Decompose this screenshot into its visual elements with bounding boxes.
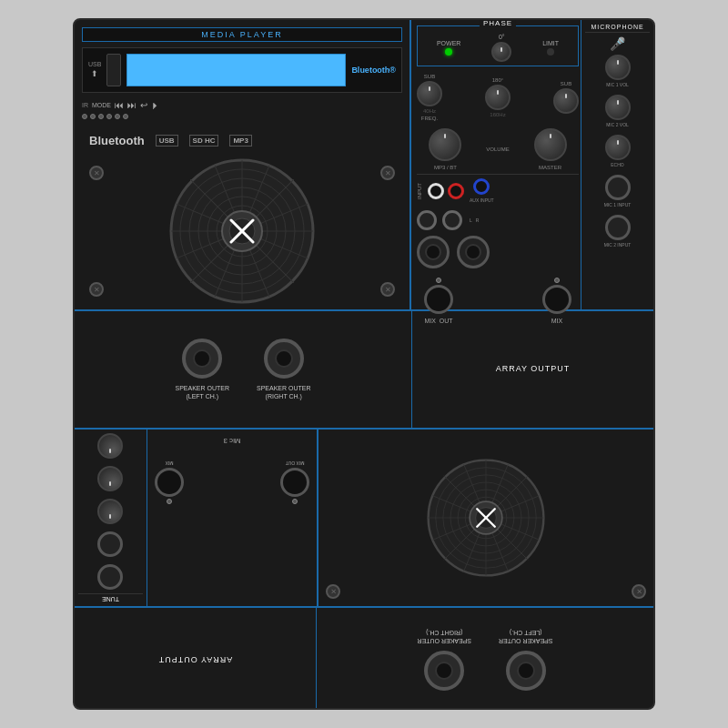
- rca-left[interactable]: [428, 183, 444, 199]
- mode-label: MODE: [92, 102, 111, 108]
- mic1-vol-knob[interactable]: [605, 55, 631, 80]
- dots-row: [82, 114, 402, 119]
- repeat-btn[interactable]: ↩: [140, 100, 147, 110]
- power-indicator: POWER: [437, 40, 460, 56]
- rca-row: [428, 183, 464, 199]
- phase180-control: 180° 160Hz: [485, 77, 511, 117]
- bottom-speaker-left: SPEAKER OUTER(LEFT CH.) SPEAKER OUTER(RI…: [317, 608, 653, 710]
- mix-jack-r[interactable]: [542, 285, 571, 314]
- master-knob[interactable]: [534, 128, 567, 161]
- speaker-outer-left: SPEAKER OUTER (LEFT CH.): [175, 339, 229, 400]
- play-btn[interactable]: ⏵: [151, 100, 160, 110]
- sub-right-knob[interactable]: [553, 88, 579, 114]
- mic1-input-jack[interactable]: [605, 175, 631, 200]
- mp3-bt-label: MP3 / BT: [434, 165, 457, 170]
- echo-label: ECHO: [611, 162, 623, 167]
- bottom-mix-row: MIX OUT MIX: [153, 459, 311, 506]
- next-btn[interactable]: ⏭: [127, 100, 136, 110]
- limit-led: [547, 48, 554, 56]
- bluetooth-brand: Bluetooth: [89, 134, 145, 147]
- dot4: [106, 114, 112, 119]
- mic3-label: Mic 3: [223, 437, 240, 445]
- quarter-jack-r[interactable]: [442, 210, 462, 230]
- aux-label: AUX INPUT: [470, 197, 494, 203]
- mic3-label-area: Mic 3: [153, 435, 311, 455]
- speaker-jack-left[interactable]: [182, 339, 222, 379]
- master-control: MASTER: [534, 128, 567, 170]
- xlr-combo-row: [417, 234, 579, 270]
- sub-left-knob[interactable]: [417, 81, 442, 106]
- brand-logos: Bluetooth USB SD HC MP3: [82, 134, 402, 147]
- phase180-knob[interactable]: [485, 85, 511, 110]
- mic1-input-control: MIC 1 INPUT: [585, 175, 650, 207]
- bottom-speaker-jack-r: [424, 651, 464, 691]
- power-led: [445, 48, 452, 56]
- media-player-label: MEDIA PLAYER: [82, 27, 402, 42]
- hz40-label: 40Hz: [423, 108, 436, 114]
- speaker-jack-right-inner: [275, 349, 293, 368]
- zero-phase: 0°: [491, 34, 511, 62]
- sub-freq-row: SUB 40Hz FREQ. 180° 160Hz SUB: [417, 70, 579, 125]
- zero-knob[interactable]: [491, 42, 511, 62]
- screw-br: ✕: [380, 282, 395, 297]
- xlr-combo-l[interactable]: [417, 236, 450, 268]
- bottom-knob2: [98, 466, 124, 491]
- mic2-input-label: MIC 2 INPUT: [604, 242, 632, 248]
- sub-right-label: SUB: [561, 81, 571, 86]
- mic1-vol-control: MIC 1 VOL: [585, 55, 650, 87]
- phase180-label: 180°: [492, 77, 503, 83]
- speaker-jack-left-inner: [193, 349, 211, 368]
- bottom-mix-r: MIX: [155, 460, 184, 504]
- prev-btn[interactable]: ⏮: [115, 100, 124, 110]
- card-slot: [106, 54, 121, 86]
- bluetooth-badge: Bluetooth®: [351, 66, 396, 75]
- bottom-speaker-right-item: SPEAKER OUTER(RIGHT CH.): [417, 629, 471, 691]
- device-panel: MEDIA PLAYER USB ⬆ Bluetooth® IR MODE ⏮ …: [73, 18, 655, 710]
- lcd-display: [126, 54, 346, 86]
- bottom-fan-svg: [427, 459, 545, 577]
- phase-row: POWER 0° LIMIT: [421, 34, 574, 62]
- bottom-fan-controls: ✕ ✕: [75, 430, 653, 606]
- bottom-mic-section: TUNE: [75, 430, 147, 606]
- speaker-output-left: SPEAKER OUTER (LEFT CH.) SPEAKER OUTER (…: [75, 311, 411, 428]
- mic2-input-jack[interactable]: [605, 215, 631, 240]
- dot1: [82, 114, 87, 119]
- speaker-left-label: SPEAKER OUTER (LEFT CH.): [175, 384, 229, 400]
- mic-title: MICROPHONE: [585, 24, 650, 33]
- quarter-jacks: [417, 210, 462, 230]
- vol-label: VOLUME: [486, 147, 509, 152]
- bottom-mix-jack-l: [280, 468, 309, 497]
- ir-label: IR: [82, 102, 88, 108]
- limit-indicator: LIMIT: [542, 40, 559, 56]
- mic2-vol-knob[interactable]: [605, 95, 631, 120]
- mic-symbol-icon: 🎤: [585, 36, 650, 51]
- speaker-outer-right: SPEAKER OUTER (RIGHT CH.): [257, 339, 311, 400]
- phase-title: PHASE: [480, 19, 516, 27]
- speaker-jack-right[interactable]: [264, 339, 304, 379]
- quarter-jack-l[interactable]: [417, 210, 437, 230]
- rca-group: [428, 183, 464, 199]
- mic1-input-label: MIC 1 INPUT: [604, 202, 632, 207]
- volume-label-area: VOLUME: [486, 147, 509, 152]
- mix-dot-r: [554, 278, 560, 283]
- phase-section: PHASE POWER 0° LIMIT: [417, 25, 579, 66]
- mix-jack-l[interactable]: [424, 285, 453, 314]
- middle-section: SPEAKER OUTER (LEFT CH.) SPEAKER OUTER (…: [75, 311, 653, 430]
- hz160-label: 160Hz: [490, 112, 505, 117]
- mic2-vol-control: MIC 2 VOL: [585, 95, 650, 127]
- usb-brand: USB: [156, 135, 178, 147]
- mp3-bt-knob[interactable]: [429, 128, 461, 161]
- rca-right[interactable]: [448, 183, 464, 199]
- aux-group: AUX INPUT: [470, 178, 494, 203]
- master-label: MASTER: [539, 165, 561, 170]
- aux-input[interactable]: [473, 178, 490, 195]
- dot2: [90, 114, 96, 119]
- bottom-mix-jack-r: [155, 468, 184, 497]
- bottom-mix-l: MIX OUT: [280, 460, 309, 504]
- lr-label: L R: [470, 217, 479, 223]
- speaker-right-label: SPEAKER OUTER (RIGHT CH.): [257, 384, 311, 400]
- bottom-speaker-section: SPEAKER OUTER(LEFT CH.) SPEAKER OUTER(RI…: [75, 606, 653, 710]
- xlr-combo-r[interactable]: [457, 236, 490, 268]
- echo-knob[interactable]: [605, 135, 631, 160]
- sub-left: SUB 40Hz FREQ.: [417, 74, 442, 121]
